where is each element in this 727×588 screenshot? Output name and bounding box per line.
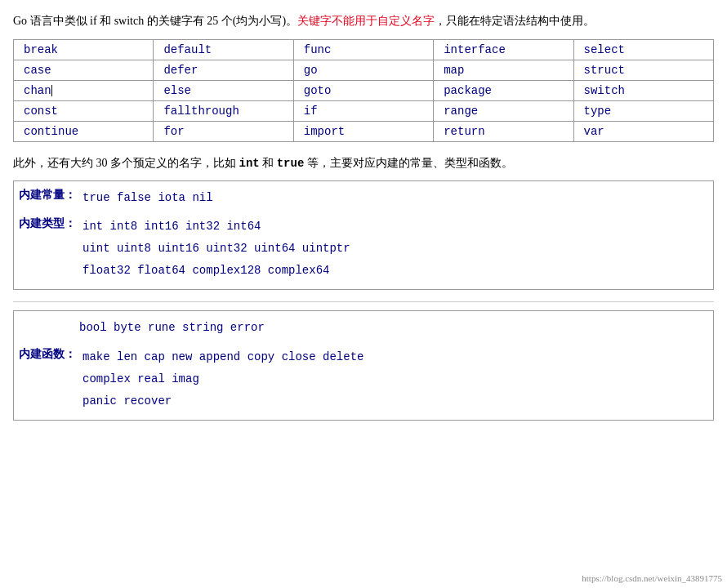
keyword-cell-2-1: else <box>154 80 293 100</box>
builtin-type-line-0: int int8 int16 int32 int64 <box>83 216 350 237</box>
divider <box>13 301 714 302</box>
intro-before-link: Go 语言中类似 if 和 switch 的关键字有 25 个(均为小写)。 <box>13 15 297 27</box>
keyword-cell-0-1: default <box>154 39 293 60</box>
keyword-cell-3-0: const <box>14 100 154 121</box>
intro-paragraph: Go 语言中类似 if 和 switch 的关键字有 25 个(均为小写)。关键… <box>13 11 714 31</box>
builtin-func-line-0: make len cap new append copy close delet… <box>83 347 364 368</box>
builtin-types-extra-section: bool byte rune string error <box>14 314 713 343</box>
builtin-types-extra-label <box>14 316 73 331</box>
builtins-box-2: bool byte rune string error 内建函数： make l… <box>13 310 714 421</box>
builtin-funcs-section: 内建函数： make len cap new append copy close… <box>14 344 713 417</box>
keyword-cell-4-3: return <box>434 121 573 141</box>
keyword-cell-1-3: map <box>434 60 573 80</box>
keyword-cell-4-4: var <box>573 121 713 141</box>
keyword-cell-0-3: interface <box>434 39 573 60</box>
keywords-row-1: casedefergomapstruct <box>14 60 714 80</box>
builtin-types-extra-values: bool byte rune string error <box>73 316 271 341</box>
builtin-type-line-1: uint uint8 uint16 uint32 uint64 uintptr <box>83 238 350 259</box>
builtin-funcs-values: make len cap new append copy close delet… <box>76 345 370 416</box>
builtin-func-line-1: complex real imag <box>83 369 364 390</box>
keyword-cell-2-0: chan <box>14 80 154 100</box>
builtin-func-line-2: panic recover <box>83 391 364 412</box>
keyword-cell-2-3: package <box>434 80 573 100</box>
keywords-row-3: constfallthroughifrangetype <box>14 100 714 121</box>
keyword-cell-4-1: for <box>154 121 293 141</box>
keyword-cell-2-2: goto <box>293 80 433 100</box>
keywords-row-2: chanelsegotopackageswitch <box>14 80 714 100</box>
builtin-types-label: 内建类型： <box>14 215 76 231</box>
keyword-cell-4-0: continue <box>14 121 154 141</box>
builtin-constants-label: 内建常量： <box>14 186 76 203</box>
predefined-intro-text: 此外，还有大约 30 多个预定义的名字，比如 int 和 true 等，主要对应… <box>13 157 513 169</box>
keyword-cell-4-2: import <box>293 121 433 141</box>
keywords-row-0: breakdefaultfuncinterfaceselect <box>14 39 714 60</box>
keywords-table: breakdefaultfuncinterfaceselectcasedefer… <box>13 39 714 142</box>
builtin-types-values: int int8 int16 int32 int64uint uint8 uin… <box>76 215 357 285</box>
builtin-type-line-2: float32 float64 complex128 complex64 <box>83 261 350 281</box>
keyword-cell-3-2: if <box>293 100 433 121</box>
intro-after-link: ，只能在特定语法结构中使用。 <box>435 15 595 27</box>
predefined-intro: 此外，还有大约 30 多个预定义的名字，比如 int 和 true 等，主要对应… <box>13 154 714 174</box>
keyword-cell-1-2: go <box>293 60 433 80</box>
keyword-cell-1-0: case <box>14 60 154 80</box>
keyword-cell-0-4: select <box>573 39 713 60</box>
text-cursor <box>51 85 52 96</box>
keywords-row-4: continueforimportreturnvar <box>14 121 714 141</box>
keyword-cell-1-1: defer <box>154 60 293 80</box>
keyword-cell-1-4: struct <box>573 60 713 80</box>
keyword-link[interactable]: 关键字不能用于自定义名字 <box>297 15 435 27</box>
builtin-funcs-label: 内建函数： <box>14 345 76 362</box>
keyword-cell-0-0: break <box>14 39 154 60</box>
keyword-cell-0-2: func <box>293 39 433 60</box>
builtin-constants-values: true false iota nil <box>76 186 220 212</box>
keyword-cell-3-3: range <box>434 100 573 121</box>
builtin-types-section: 内建类型： int int8 int16 int32 int64uint uin… <box>14 213 713 287</box>
builtin-constants-section: 内建常量： true false iota nil <box>14 185 713 213</box>
keyword-cell-3-4: type <box>573 100 713 121</box>
keyword-cell-3-1: fallthrough <box>154 100 293 121</box>
builtins-box-1: 内建常量： true false iota nil 内建类型： int int8… <box>13 180 714 291</box>
page-container: Go 语言中类似 if 和 switch 的关键字有 25 个(均为小写)。关键… <box>0 0 727 588</box>
keyword-cell-2-4: switch <box>573 80 713 100</box>
watermark: https://blog.csdn.net/weixin_43891775 <box>582 573 722 583</box>
